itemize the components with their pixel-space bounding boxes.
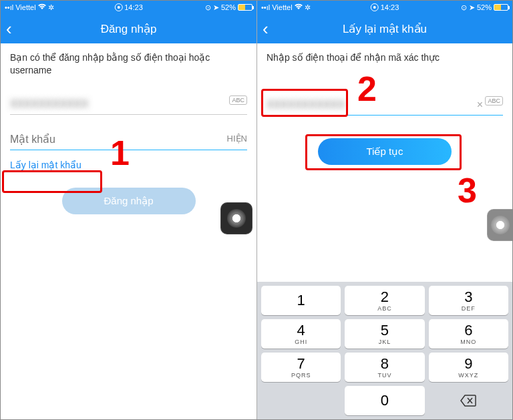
assistive-touch-icon[interactable] xyxy=(220,202,252,234)
abc-badge: ABC xyxy=(229,95,247,105)
keypad-key-0[interactable]: 0 xyxy=(345,386,424,415)
instruction-text: Bạn có thể đăng nhập bằng số điện thoại … xyxy=(1,43,256,82)
back-icon[interactable]: ‹ xyxy=(6,20,12,37)
phone-input[interactable]: XXXXXXXXXXX xyxy=(267,95,503,116)
page-title: Đăng nhập xyxy=(101,22,157,36)
phone-field-row: XXXXXXXXXXX ABC xyxy=(1,94,256,115)
loading-icon: ✲ xyxy=(305,3,311,12)
login-screen: ••ıl Viettel ✲ 14:23 ⊙ ➤ 52% ‹ Đăng nhập xyxy=(1,1,256,419)
location-icon: ➤ xyxy=(469,3,475,12)
wifi-icon xyxy=(295,3,303,11)
keypad-spacer xyxy=(261,386,341,415)
back-icon[interactable]: ‹ xyxy=(263,20,269,37)
numeric-keypad: 12ABC3DEF4GHI5JKL6MNO7PQRS8TUV9WXYZ0 xyxy=(257,282,512,419)
battery-icon xyxy=(494,4,508,11)
alarm-icon: ⊙ xyxy=(461,3,467,12)
record-icon xyxy=(114,3,122,11)
forgot-password-link[interactable]: Lấy lại mật khẩu xyxy=(1,150,91,174)
continue-button[interactable]: Tiếp tục xyxy=(318,138,452,165)
keypad-key-2[interactable]: 2ABC xyxy=(345,286,424,315)
keypad-key-9[interactable]: 9WXYZ xyxy=(429,353,508,382)
password-input[interactable] xyxy=(10,130,247,150)
status-bar: ••ıl Viettel ✲ 14:23 ⊙ ➤ 52% xyxy=(257,1,512,14)
keypad-key-6[interactable]: 6MNO xyxy=(429,319,508,349)
battery-icon xyxy=(238,4,252,11)
password-field-row: HIỆN xyxy=(1,130,256,150)
phone-field-row: XXXXXXXXXXX × ABC xyxy=(257,95,512,116)
show-password-toggle[interactable]: HIỆN xyxy=(227,134,247,144)
navbar: ‹ Đăng nhập xyxy=(1,14,256,43)
carrier-label: Viettel xyxy=(15,3,35,11)
keypad-key-5[interactable]: 5JKL xyxy=(345,319,424,349)
signal-icon: ••ıl xyxy=(261,3,270,11)
record-icon xyxy=(371,3,379,11)
alarm-icon: ⊙ xyxy=(205,3,211,12)
status-bar: ••ıl Viettel ✲ 14:23 ⊙ ➤ 52% xyxy=(1,1,256,14)
assistive-touch-icon[interactable] xyxy=(487,209,512,241)
wifi-icon xyxy=(38,3,46,11)
loading-icon: ✲ xyxy=(48,3,54,12)
phone-input[interactable]: XXXXXXXXXXX xyxy=(10,94,247,115)
login-button[interactable]: Đăng nhập xyxy=(62,188,196,214)
clear-icon[interactable]: × xyxy=(477,99,483,111)
battery-label: 52% xyxy=(221,3,236,11)
keypad-key-4[interactable]: 4GHI xyxy=(261,319,341,349)
instruction-text: Nhập số điện thoại để nhận mã xác thực xyxy=(257,43,512,69)
abc-badge: ABC xyxy=(485,96,503,106)
clock-label: 14:23 xyxy=(124,3,143,11)
recover-password-screen: ••ıl Viettel ✲ 14:23 ⊙ ➤ 52% ‹ Lấy lại m… xyxy=(256,1,512,419)
keypad-key-3[interactable]: 3DEF xyxy=(429,286,508,315)
signal-icon: ••ıl xyxy=(5,3,13,11)
keypad-delete-icon[interactable] xyxy=(429,386,508,415)
keypad-key-8[interactable]: 8TUV xyxy=(345,353,424,382)
carrier-label: Viettel xyxy=(272,3,292,11)
location-icon: ➤ xyxy=(213,3,219,12)
annotation-number-3: 3 xyxy=(458,170,477,210)
navbar: ‹ Lấy lại mật khẩu xyxy=(257,14,512,43)
keypad-key-1[interactable]: 1 xyxy=(261,286,341,315)
page-title: Lấy lại mật khẩu xyxy=(343,22,427,36)
clock-label: 14:23 xyxy=(381,3,399,11)
keypad-key-7[interactable]: 7PQRS xyxy=(261,353,341,382)
battery-label: 52% xyxy=(477,3,492,11)
